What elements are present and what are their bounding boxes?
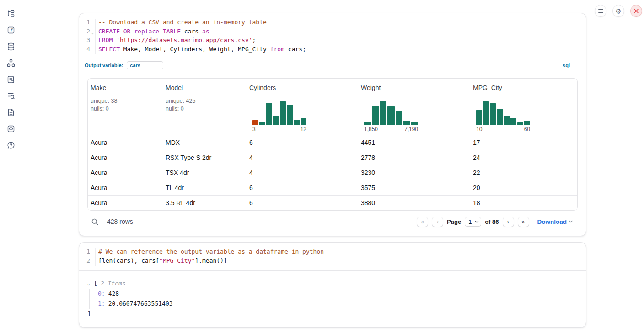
shutdown-button[interactable] <box>630 5 642 17</box>
page-select[interactable]: 1 <box>465 217 481 227</box>
outline-button[interactable] <box>5 74 16 85</box>
table-body: AcuraMDX6445117AcuraRSX Type S 2dr427782… <box>88 135 577 210</box>
prev-page-button[interactable]: ‹ <box>432 217 443 227</box>
hist-bar <box>396 111 402 125</box>
notebook-menu-button[interactable] <box>595 5 606 17</box>
data-table: Make unique: 38 nulls: 0 Model unique: 4… <box>87 78 578 211</box>
histogram-mpg_city[interactable] <box>476 101 530 125</box>
histogram-wrap: 3 12 <box>249 101 358 135</box>
snippets-button[interactable] <box>5 123 16 134</box>
hist-bar <box>483 101 489 125</box>
dependencies-button[interactable] <box>5 58 16 69</box>
hist-bar <box>517 122 523 125</box>
language-badge: sql <box>563 63 570 68</box>
column-header-mpg-city[interactable]: MPG_City 10 60 <box>470 79 577 135</box>
tree-children: 0: 428 1: 20.060747663551403 <box>89 289 586 309</box>
notebook-main: 1-- Download a CSV and create an in-memo… <box>79 0 586 328</box>
fold-chevron-icon[interactable]: ⌄ <box>90 28 96 37</box>
table-row[interactable]: AcuraRSX Type S 2dr4277824 <box>88 150 577 165</box>
hist-max-label: 12 <box>301 126 306 132</box>
table-cell: Acura <box>88 154 163 161</box>
help-button[interactable] <box>5 140 16 151</box>
code-token: as <box>202 28 209 35</box>
table-cell: MDX <box>163 139 247 146</box>
code-token: CREATE OR replace TABLE <box>98 28 181 35</box>
database-icon <box>7 42 15 51</box>
hist-bar <box>266 103 272 125</box>
variables-button[interactable]: f <box>5 25 16 36</box>
histogram-cylinders[interactable] <box>252 101 306 125</box>
code-line[interactable]: 3FROM 'https://datasets.marimo.app/cars.… <box>79 37 586 46</box>
table-row[interactable]: Acura3.5 RL 4dr6388018 <box>88 195 577 210</box>
tree-collapse-icon[interactable]: ⌄ <box>87 279 93 289</box>
line-number: 3 <box>86 37 90 43</box>
hist-bar <box>403 121 410 125</box>
code-line[interactable]: 2⌄CREATE OR replace TABLE cars as <box>79 28 586 37</box>
tree-item: 0: 428 <box>98 289 586 299</box>
code-line[interactable]: 1# We can reference the output variable … <box>79 248 586 257</box>
table-cell: 3.5 RL 4dr <box>163 199 247 206</box>
hist-bar <box>411 122 418 125</box>
code-text: FROM 'https://datasets.marimo.app/cars.c… <box>98 37 256 43</box>
code-token: [len(cars), cars[ <box>98 257 159 264</box>
column-header-cylinders[interactable]: Cylinders 3 12 <box>247 79 358 135</box>
code-line[interactable]: 4SELECT Make, Model, Cylinders, Weight, … <box>79 46 586 55</box>
download-button[interactable]: Download <box>537 218 574 225</box>
logs-button[interactable] <box>5 90 16 101</box>
data-sources-button[interactable] <box>5 41 16 52</box>
column-header-model[interactable]: Model unique: 425 nulls: 0 <box>163 79 247 135</box>
output-variable-label: Output variable: <box>85 63 123 68</box>
chevron-down-icon <box>569 219 573 224</box>
histogram-wrap: 10 60 <box>473 101 577 135</box>
code-line[interactable]: 2[len(cars), cars["MPG_City"].mean()] <box>79 257 586 266</box>
table-cell: 4451 <box>358 139 470 146</box>
next-page-button[interactable]: › <box>503 217 514 227</box>
svg-text:f: f <box>10 27 13 33</box>
hist-bar <box>387 106 394 125</box>
documentation-button[interactable] <box>5 107 16 118</box>
table-row[interactable]: AcuraTL 4dr6357520 <box>88 180 577 195</box>
cell2-code-lines[interactable]: 1# We can reference the output variable … <box>79 243 586 270</box>
histogram-wrap: 1,850 7,190 <box>361 101 470 135</box>
hist-bar <box>490 103 496 125</box>
file-explorer-button[interactable] <box>5 8 16 19</box>
table-row[interactable]: AcuraMDX6445117 <box>88 135 577 150</box>
cell1-code-lines[interactable]: 1-- Download a CSV and create an in-memo… <box>79 13 586 59</box>
output-variable-input[interactable] <box>127 61 163 69</box>
table-cell: RSX Type S 2dr <box>163 154 247 161</box>
settings-button[interactable]: ⚙ <box>612 5 624 17</box>
last-page-button[interactable]: » <box>518 217 529 227</box>
hist-bar <box>287 105 293 125</box>
column-header-weight[interactable]: Weight 1,850 7,190 <box>358 79 470 135</box>
table-cell: TSX 4dr <box>163 169 247 176</box>
code-token: Make, Model, Cylinders, Weight, MPG_City <box>120 46 270 53</box>
code-token: -- Download a CSV and create an in-memor… <box>98 19 267 26</box>
table-cell: 6 <box>247 184 358 191</box>
table-cell: 18 <box>470 199 577 206</box>
sql-output-area: Make unique: 38 nulls: 0 Model unique: 4… <box>79 71 586 236</box>
bracket-close: ] <box>87 309 91 319</box>
page-total-label: of 86 <box>485 218 499 225</box>
search-icon[interactable] <box>91 218 99 226</box>
tree-item-value: 428 <box>108 289 119 299</box>
null-count: nulls: 0 <box>91 105 163 113</box>
code-text: SELECT Make, Model, Cylinders, Weight, M… <box>98 46 306 53</box>
bracket-open: [ <box>94 279 97 289</box>
hist-min-label: 3 <box>252 126 256 132</box>
histogram-weight[interactable] <box>364 101 418 125</box>
hist-min-label: 10 <box>476 126 482 132</box>
column-stats: unique: 38 nulls: 0 <box>91 97 163 113</box>
column-name: Model <box>166 84 247 91</box>
code-line[interactable]: 1-- Download a CSV and create an in-memo… <box>79 19 586 28</box>
table-cell: 22 <box>470 169 577 176</box>
page-select-value: 1 <box>468 218 472 225</box>
hist-bar <box>259 122 265 125</box>
table-row[interactable]: AcuraTSX 4dr4323022 <box>88 165 577 180</box>
table-cell: Acura <box>88 184 163 191</box>
first-page-button[interactable]: « <box>417 217 428 227</box>
table-cell: 17 <box>470 139 577 146</box>
sql-cell: 1-- Download a CSV and create an in-memo… <box>79 13 586 236</box>
column-header-make[interactable]: Make unique: 38 nulls: 0 <box>88 79 163 135</box>
hist-max-label: 60 <box>524 126 530 132</box>
help-circle-icon <box>7 141 15 149</box>
